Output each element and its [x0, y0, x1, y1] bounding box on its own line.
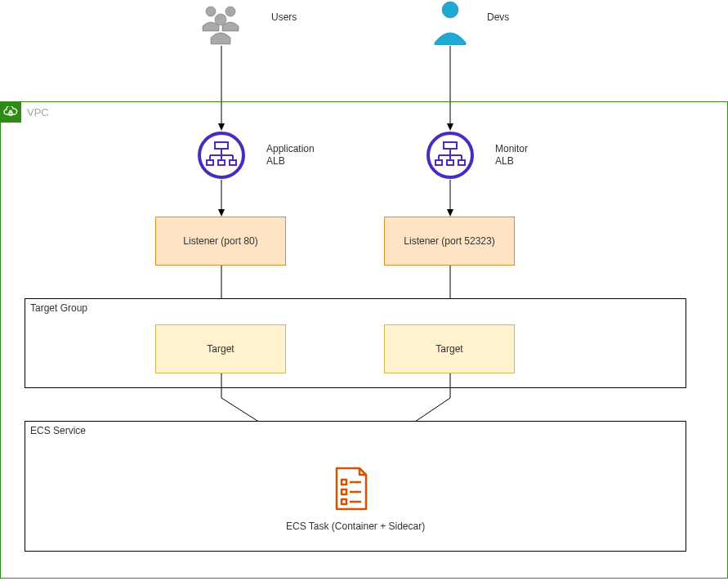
target-right-label: Target — [435, 343, 462, 355]
svg-rect-43 — [342, 480, 346, 485]
listener-app-label: Listener (port 80) — [183, 235, 257, 247]
svg-rect-17 — [218, 160, 225, 165]
svg-rect-28 — [458, 160, 465, 165]
svg-point-0 — [206, 7, 216, 16]
users-icon-svg — [196, 2, 245, 47]
svg-point-2 — [215, 14, 226, 25]
listener-monitor: Listener (port 52323) — [384, 217, 515, 266]
users-label: Users — [271, 11, 297, 24]
load-balancer-icon-app — [197, 131, 246, 180]
target-left-label: Target — [207, 343, 234, 355]
svg-rect-26 — [435, 160, 442, 165]
task-list-icon — [330, 463, 373, 514]
alb-app-label: Application ALB — [266, 143, 315, 168]
alb-monitor-label: Monitor ALB — [495, 143, 528, 168]
load-balancer-icon-monitor — [426, 131, 475, 180]
svg-point-1 — [226, 7, 235, 16]
users-icon — [196, 2, 245, 47]
svg-rect-47 — [342, 499, 346, 504]
vpc-title: VPC — [27, 106, 49, 118]
person-icon — [431, 0, 469, 45]
target-left: Target — [155, 324, 286, 373]
svg-rect-27 — [447, 160, 453, 165]
svg-rect-45 — [342, 489, 346, 494]
person-icon-svg — [431, 0, 469, 45]
svg-rect-16 — [207, 160, 213, 165]
ecs-service-title: ECS Service — [30, 425, 86, 436]
target-group-title: Target Group — [30, 302, 87, 314]
listener-app: Listener (port 80) — [155, 217, 286, 266]
target-right: Target — [384, 324, 515, 373]
svg-rect-10 — [215, 142, 228, 149]
svg-rect-18 — [230, 160, 236, 165]
svg-rect-20 — [444, 142, 457, 149]
target-group-container: Target Group — [25, 298, 686, 388]
listener-monitor-label: Listener (port 52323) — [404, 235, 494, 247]
svg-rect-8 — [9, 113, 12, 116]
ecs-task-label: ECS Task (Container + Sidecar) — [286, 521, 425, 532]
devs-label: Devs — [487, 11, 509, 24]
svg-point-3 — [442, 2, 458, 18]
cloud-lock-icon — [0, 101, 21, 123]
